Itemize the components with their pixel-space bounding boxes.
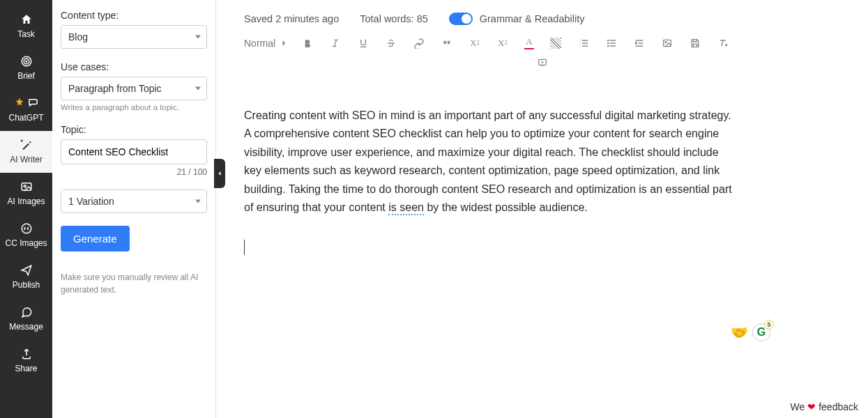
svg-point-5: [22, 224, 31, 233]
cc-icon: [20, 222, 33, 235]
text-segment: Creating content with SEO in mind is an …: [244, 109, 732, 213]
editor-header: Saved 2 minutes ago Total words: 85 Gram…: [216, 0, 868, 36]
sidebar-nav: Task Brief ChatGPT AI Writer AI Images C…: [0, 0, 52, 418]
nav-brief[interactable]: Brief: [0, 47, 52, 89]
style-select[interactable]: Normal ▲▼: [244, 38, 286, 49]
image-button[interactable]: [661, 37, 673, 49]
content-type-label: Content type:: [61, 10, 207, 21]
saved-status: Saved 2 minutes ago: [244, 13, 339, 24]
chat-icon: [20, 305, 33, 319]
nav-cc-images[interactable]: CC Images: [0, 215, 52, 256]
nav-share[interactable]: Share: [0, 340, 52, 382]
content-type-value: Blog: [68, 31, 88, 42]
home-icon: [20, 13, 33, 26]
char-count: 21 / 100: [61, 167, 207, 177]
variation-select[interactable]: 1 Variation: [61, 189, 207, 213]
indent-button[interactable]: [633, 37, 646, 49]
unordered-list-button[interactable]: [605, 37, 618, 49]
nav-label: Task: [17, 29, 35, 39]
paragraph: Creating content with SEO in mind is an …: [244, 107, 732, 217]
use-cases-helper: Writes a paragraph about a topic.: [61, 103, 207, 111]
font-a-icon: A: [526, 36, 532, 47]
add-comment-button[interactable]: [244, 56, 840, 69]
ordered-list-button[interactable]: [577, 37, 590, 49]
generate-button[interactable]: Generate: [61, 226, 130, 251]
nav-label: Share: [15, 364, 37, 373]
grammar-suggestion[interactable]: is seen: [388, 201, 424, 215]
updown-icon: ▲▼: [281, 40, 286, 46]
floating-badges: 🤝 G 5: [731, 323, 770, 341]
heart-icon: ❤: [807, 401, 816, 412]
cursor-line: [244, 238, 732, 256]
editor-body[interactable]: Creating content with SEO in mind is an …: [216, 76, 788, 256]
use-cases-select[interactable]: Paragraph from Topic: [61, 77, 207, 100]
chevron-down-icon: [195, 200, 201, 203]
chatgpt-icon: [13, 96, 40, 110]
nav-publish[interactable]: Publish: [0, 256, 52, 298]
nav-label: AI Writer: [10, 155, 42, 164]
nav-label: ChatGPT: [8, 113, 43, 123]
bold-button[interactable]: [301, 37, 314, 49]
chevron-down-icon: [195, 36, 201, 39]
svg-point-8: [608, 45, 609, 46]
grammar-toggle[interactable]: [449, 13, 473, 25]
nav-label: Brief: [17, 71, 35, 81]
svg-point-4: [24, 185, 26, 187]
editor-area: Saved 2 minutes ago Total words: 85 Gram…: [216, 0, 868, 418]
wand-icon: [20, 138, 33, 152]
nav-ai-writer[interactable]: AI Writer: [0, 131, 52, 173]
review-note: Make sure you manually review all AI gen…: [61, 271, 200, 296]
svg-point-10: [665, 41, 667, 42]
topic-input[interactable]: [61, 139, 207, 164]
nav-chatgpt[interactable]: ChatGPT: [0, 89, 52, 131]
nav-task[interactable]: Task: [0, 6, 52, 47]
superscript-button[interactable]: X2: [496, 37, 509, 49]
svg-rect-9: [664, 40, 671, 46]
svg-point-7: [608, 42, 609, 43]
nav-label: Message: [9, 322, 43, 332]
chevron-down-icon: [195, 87, 201, 91]
topic-label: Topic:: [61, 124, 207, 135]
nav-message[interactable]: Message: [0, 298, 52, 340]
variation-value: 1 Variation: [68, 196, 114, 207]
save-button[interactable]: [689, 37, 701, 49]
font-color-button[interactable]: A: [524, 36, 534, 49]
style-label: Normal: [244, 38, 275, 49]
image-sparkle-icon: [20, 180, 33, 194]
share-icon: [20, 347, 33, 361]
clear-format-button[interactable]: [717, 37, 729, 49]
highlight-button[interactable]: [549, 37, 562, 49]
subscript-button[interactable]: X2: [469, 37, 481, 49]
g-letter: G: [757, 326, 766, 339]
editor-toolbar: Normal ▲▼ X2 X2 A: [216, 36, 868, 76]
text-segment: by the widest possible audience.: [424, 201, 588, 213]
feedback-prefix: We: [790, 401, 805, 412]
hatch-icon: [550, 38, 561, 49]
svg-point-6: [608, 40, 609, 40]
handshake-icon[interactable]: 🤝: [731, 324, 748, 341]
text-cursor-icon: [244, 240, 245, 255]
grammarly-badge[interactable]: G 5: [752, 323, 770, 341]
target-icon: [20, 54, 33, 68]
feedback-link[interactable]: We ❤ feedback: [790, 401, 858, 412]
nav-ai-images[interactable]: AI Images: [0, 173, 52, 215]
italic-button[interactable]: [329, 37, 342, 49]
quote-button[interactable]: [441, 37, 453, 49]
strikethrough-button[interactable]: [385, 37, 397, 49]
content-type-select[interactable]: Blog: [61, 25, 207, 49]
feedback-suffix: feedback: [818, 401, 858, 412]
underline-button[interactable]: [357, 37, 370, 49]
send-icon: [20, 263, 33, 277]
use-cases-value: Paragraph from Topic: [68, 83, 162, 94]
nav-label: AI Images: [7, 196, 45, 206]
color-bar-icon: [524, 48, 534, 49]
grammarly-count: 5: [764, 320, 774, 330]
use-cases-label: Use cases:: [61, 61, 207, 72]
word-count: Total words: 85: [360, 13, 428, 24]
form-panel: Content type: Blog Use cases: Paragraph …: [52, 0, 216, 418]
nav-label: Publish: [13, 280, 40, 290]
svg-point-2: [26, 61, 27, 62]
grammar-label: Grammar & Readability: [480, 13, 585, 24]
nav-label: CC Images: [5, 238, 47, 248]
link-button[interactable]: [413, 37, 425, 49]
